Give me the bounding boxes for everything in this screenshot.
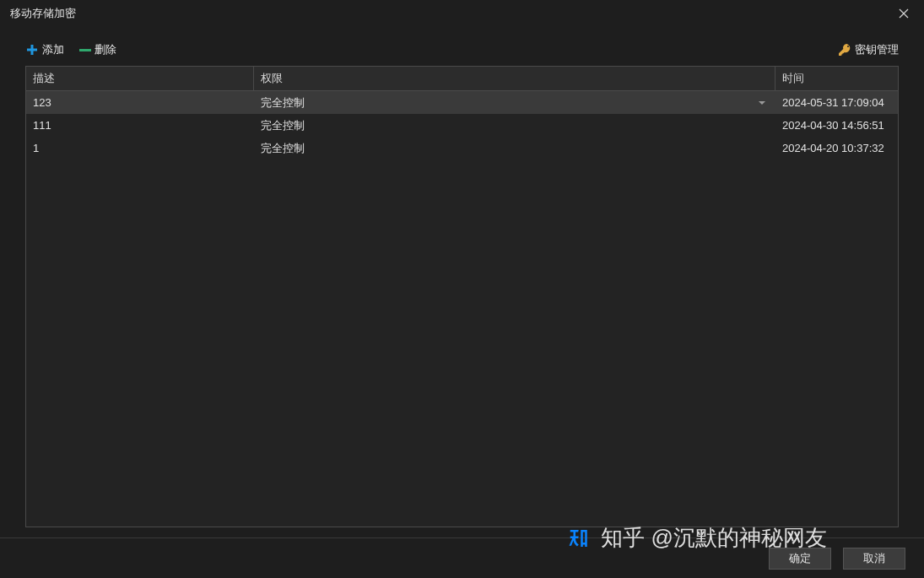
cancel-button[interactable]: 取消 — [843, 548, 905, 570]
window-title: 移动存储加密 — [10, 6, 76, 21]
cell-time: 2024-04-30 14:56:51 — [775, 119, 898, 132]
cell-description: 111 — [26, 119, 254, 132]
cell-time: 2024-05-31 17:09:04 — [775, 96, 898, 109]
window-close-button[interactable] — [892, 2, 916, 25]
title-bar: 移动存储加密 — [0, 0, 924, 27]
remove-label: 删除 — [95, 42, 116, 57]
ok-button[interactable]: 确定 — [769, 548, 831, 570]
cell-description: 1 — [26, 142, 254, 154]
add-label: 添加 — [42, 42, 64, 57]
cell-permission[interactable]: 完全控制 — [254, 95, 775, 111]
plus-icon — [25, 43, 39, 57]
add-button[interactable]: 添加 — [25, 42, 64, 57]
minus-icon — [79, 49, 91, 51]
table-header: 描述 权限 时间 — [26, 67, 898, 91]
table-row[interactable]: 111完全控制2024-04-30 14:56:51 — [26, 114, 898, 137]
column-header-description[interactable]: 描述 — [26, 67, 254, 90]
remove-button[interactable]: 删除 — [79, 42, 116, 57]
chevron-down-icon — [759, 101, 765, 105]
column-header-permission[interactable]: 权限 — [254, 67, 775, 90]
cell-permission: 完全控制 — [254, 141, 775, 156]
cell-description: 123 — [26, 96, 254, 109]
key-management-label: 密钥管理 — [855, 42, 899, 57]
content-area: 添加 删除 密钥管理 描述 权限 时间 123完全控制2024-05-31 17… — [0, 27, 924, 537]
close-icon — [899, 8, 909, 19]
key-management-button[interactable]: 密钥管理 — [838, 42, 899, 57]
cell-permission: 完全控制 — [254, 118, 775, 133]
column-header-time[interactable]: 时间 — [775, 67, 898, 90]
toolbar: 添加 删除 密钥管理 — [25, 42, 899, 57]
encryption-table: 描述 权限 时间 123完全控制2024-05-31 17:09:04111完全… — [25, 66, 899, 527]
table-row[interactable]: 123完全控制2024-05-31 17:09:04 — [26, 91, 898, 114]
table-row[interactable]: 1完全控制2024-04-20 10:37:32 — [26, 137, 898, 159]
cell-time: 2024-04-20 10:37:32 — [775, 142, 898, 154]
table-body: 123完全控制2024-05-31 17:09:04111完全控制2024-04… — [26, 91, 898, 159]
key-icon — [838, 43, 851, 57]
dialog-footer: 确定 取消 — [0, 537, 924, 578]
